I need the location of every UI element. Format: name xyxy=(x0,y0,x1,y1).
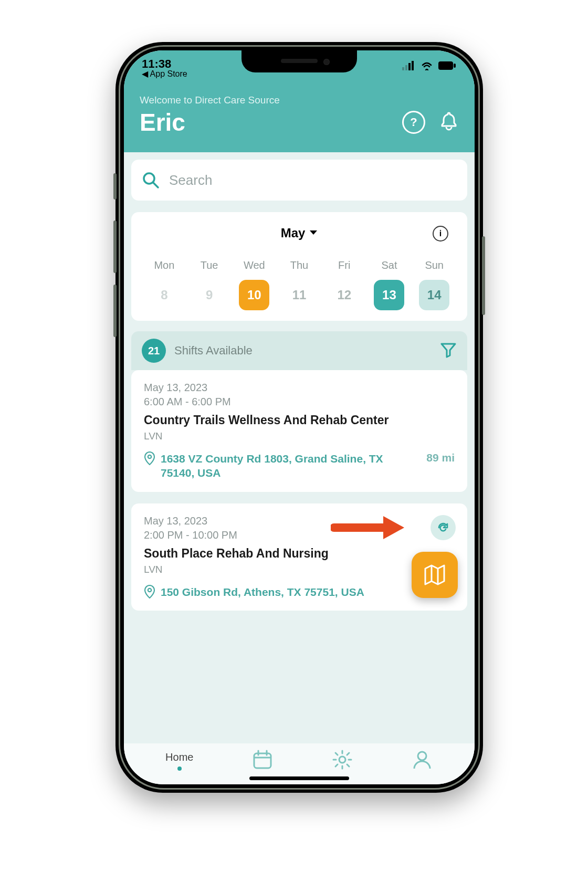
shift-address[interactable]: 150 Gibson Rd, Athens, TX 75751, USA xyxy=(161,585,455,599)
info-icon[interactable]: i xyxy=(433,226,448,242)
battery-icon xyxy=(438,60,457,74)
shift-title: Country Trails Wellness And Rehab Center xyxy=(144,413,455,427)
day-label: Fri xyxy=(322,259,367,271)
shifts-count-badge: 21 xyxy=(142,339,166,363)
calendar-week: Mon8Tue9Wed10Thu11Fri12Sat13Sun14 xyxy=(142,259,457,310)
day-number: 13 xyxy=(374,280,404,310)
calendar-card: May i Mon8Tue9Wed10Thu11Fri12Sat13Sun14 xyxy=(131,212,467,321)
nav-profile[interactable] xyxy=(411,749,433,771)
svg-rect-3 xyxy=(412,61,414,70)
calendar-icon xyxy=(251,749,274,771)
gear-icon xyxy=(331,749,353,771)
shift-role: LVN xyxy=(144,564,455,575)
svg-rect-4 xyxy=(438,61,453,70)
filter-icon[interactable] xyxy=(440,341,457,360)
shift-date: May 13, 2023 xyxy=(144,382,455,394)
pin-icon xyxy=(144,452,155,465)
nav-active-indicator xyxy=(177,766,182,771)
recurring-icon[interactable] xyxy=(430,515,456,540)
chevron-down-icon xyxy=(309,230,318,236)
day-label: Sat xyxy=(367,259,412,271)
day-number: 14 xyxy=(419,280,449,310)
status-time: 11:38 xyxy=(142,58,187,70)
day-label: Wed xyxy=(232,259,277,271)
nav-calendar[interactable] xyxy=(251,749,274,771)
cellular-icon xyxy=(402,60,416,74)
bell-icon[interactable] xyxy=(439,111,459,134)
help-icon[interactable]: ? xyxy=(402,111,425,134)
shifts-available-label: Shifts Available xyxy=(174,344,253,358)
day-label: Thu xyxy=(277,259,322,271)
svg-rect-5 xyxy=(454,64,456,68)
calendar-day[interactable]: Tue9 xyxy=(187,259,232,310)
welcome-text: Welcome to Direct Care Source xyxy=(140,94,459,106)
calendar-day[interactable]: Fri12 xyxy=(322,259,367,310)
shift-address[interactable]: 1638 VZ County Rd 1803, Grand Saline, TX… xyxy=(161,452,417,480)
calendar-day[interactable]: Sat13 xyxy=(367,259,412,310)
shift-role: LVN xyxy=(144,430,455,442)
nav-settings[interactable] xyxy=(331,749,353,771)
nav-home[interactable]: Home xyxy=(165,751,193,771)
day-number: 10 xyxy=(239,280,269,310)
annotation-arrow-icon xyxy=(331,513,410,544)
calendar-day[interactable]: Thu11 xyxy=(277,259,322,310)
shift-card[interactable]: May 13, 20232:00 PM - 10:00 PMSouth Plac… xyxy=(131,503,467,611)
calendar-day[interactable]: Mon8 xyxy=(142,259,187,310)
map-button[interactable] xyxy=(412,552,458,598)
svg-point-15 xyxy=(339,757,345,763)
user-name: Eric xyxy=(140,108,185,136)
shifts-header: 21 Shifts Available xyxy=(131,331,467,370)
calendar-month-picker[interactable]: May xyxy=(281,226,318,240)
bottom-nav: Home xyxy=(124,743,475,784)
person-icon xyxy=(411,749,433,771)
wifi-icon xyxy=(420,60,434,74)
day-number: 8 xyxy=(149,280,180,310)
pin-icon xyxy=(144,585,155,598)
svg-point-9 xyxy=(148,588,151,591)
phone-frame: 11:38 ◀ App Store Welcome to Direct Care… xyxy=(116,42,483,793)
back-app-store[interactable]: ◀ App Store xyxy=(142,70,187,79)
day-label: Tue xyxy=(187,259,232,271)
calendar-day[interactable]: Sun14 xyxy=(412,259,457,310)
shift-title: South Place Rehab And Nursing xyxy=(144,547,455,561)
day-number: 11 xyxy=(284,280,314,310)
svg-line-7 xyxy=(153,183,158,187)
app-header: Welcome to Direct Care Source Eric ? xyxy=(124,88,475,152)
home-indicator[interactable] xyxy=(249,776,349,780)
svg-rect-0 xyxy=(402,67,404,70)
svg-point-16 xyxy=(418,752,426,760)
svg-rect-2 xyxy=(408,63,411,70)
shift-distance: 89 mi xyxy=(426,452,455,464)
day-label: Mon xyxy=(142,259,187,271)
search-input[interactable]: Search xyxy=(131,160,467,201)
svg-rect-1 xyxy=(405,65,407,70)
search-icon xyxy=(142,171,160,189)
svg-point-8 xyxy=(148,455,151,458)
shift-card[interactable]: May 13, 20236:00 AM - 6:00 PMCountry Tra… xyxy=(131,370,467,492)
calendar-day[interactable]: Wed10 xyxy=(232,259,277,310)
shift-time: 6:00 AM - 6:00 PM xyxy=(144,396,455,408)
day-label: Sun xyxy=(412,259,457,271)
search-placeholder: Search xyxy=(169,172,212,188)
svg-rect-11 xyxy=(254,753,271,768)
day-number: 12 xyxy=(329,280,360,310)
day-number: 9 xyxy=(194,280,225,310)
